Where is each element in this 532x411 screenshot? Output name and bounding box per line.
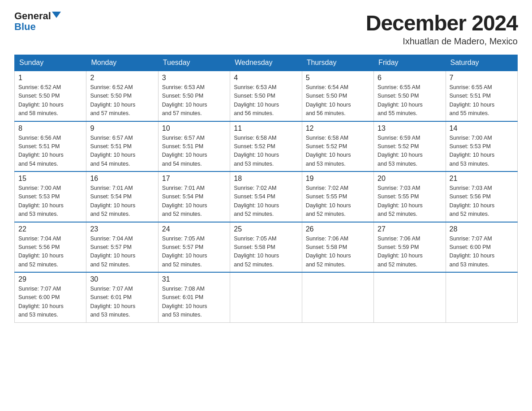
calendar-cell: 4Sunrise: 6:53 AM Sunset: 5:50 PM Daylig… [230, 71, 302, 121]
day-number: 24 [162, 225, 226, 233]
calendar-cell: 11Sunrise: 6:58 AM Sunset: 5:52 PM Dayli… [230, 121, 302, 172]
day-info: Sunrise: 6:54 AM Sunset: 5:50 PM Dayligh… [306, 83, 370, 118]
day-number: 28 [450, 225, 514, 233]
day-number: 8 [18, 124, 82, 133]
day-number: 30 [90, 275, 154, 283]
calendar-cell [302, 272, 373, 322]
col-sunday: Sunday [15, 55, 86, 71]
day-number: 2 [90, 74, 154, 82]
day-number: 31 [162, 275, 226, 283]
location: Ixhuatlan de Madero, Mexico [366, 36, 518, 47]
day-info: Sunrise: 7:05 AM Sunset: 5:57 PM Dayligh… [162, 235, 226, 270]
calendar-cell: 14Sunrise: 7:00 AM Sunset: 5:53 PM Dayli… [446, 121, 517, 172]
day-number: 5 [306, 74, 370, 82]
week-row-1: 1Sunrise: 6:52 AM Sunset: 5:50 PM Daylig… [15, 71, 518, 121]
week-row-2: 8Sunrise: 6:56 AM Sunset: 5:51 PM Daylig… [15, 121, 518, 172]
calendar-cell: 17Sunrise: 7:01 AM Sunset: 5:54 PM Dayli… [158, 171, 230, 222]
calendar-cell: 27Sunrise: 7:06 AM Sunset: 5:59 PM Dayli… [374, 222, 446, 273]
col-tuesday: Tuesday [158, 55, 230, 71]
logo-triangle-icon [52, 12, 61, 18]
day-info: Sunrise: 7:05 AM Sunset: 5:58 PM Dayligh… [234, 235, 298, 270]
day-info: Sunrise: 7:00 AM Sunset: 5:53 PM Dayligh… [450, 134, 514, 169]
header-row: Sunday Monday Tuesday Wednesday Thursday… [15, 55, 518, 71]
day-info: Sunrise: 7:00 AM Sunset: 5:53 PM Dayligh… [18, 184, 82, 219]
day-info: Sunrise: 7:06 AM Sunset: 5:59 PM Dayligh… [378, 235, 442, 270]
day-number: 15 [18, 175, 82, 183]
day-info: Sunrise: 7:07 AM Sunset: 6:00 PM Dayligh… [450, 235, 514, 270]
logo-blue: Blue [14, 21, 36, 32]
day-number: 1 [18, 74, 82, 82]
day-info: Sunrise: 6:58 AM Sunset: 5:52 PM Dayligh… [306, 134, 370, 169]
day-number: 7 [450, 74, 514, 82]
col-friday: Friday [374, 55, 446, 71]
week-row-4: 22Sunrise: 7:04 AM Sunset: 5:56 PM Dayli… [15, 222, 518, 273]
calendar-cell: 28Sunrise: 7:07 AM Sunset: 6:00 PM Dayli… [446, 222, 517, 273]
day-info: Sunrise: 6:55 AM Sunset: 5:51 PM Dayligh… [450, 83, 514, 118]
calendar-cell: 19Sunrise: 7:02 AM Sunset: 5:55 PM Dayli… [302, 171, 373, 222]
col-saturday: Saturday [446, 55, 517, 71]
day-number: 20 [378, 175, 442, 183]
title-block: December 2024 Ixhuatlan de Madero, Mexic… [366, 11, 518, 47]
day-number: 12 [306, 124, 370, 133]
day-number: 14 [450, 124, 514, 133]
day-info: Sunrise: 7:02 AM Sunset: 5:55 PM Dayligh… [306, 184, 370, 219]
col-thursday: Thursday [302, 55, 373, 71]
day-number: 11 [234, 124, 298, 133]
day-number: 23 [90, 225, 154, 233]
day-info: Sunrise: 6:55 AM Sunset: 5:50 PM Dayligh… [378, 83, 442, 118]
day-info: Sunrise: 7:08 AM Sunset: 6:01 PM Dayligh… [162, 285, 226, 320]
calendar-cell [374, 272, 446, 322]
calendar-cell: 5Sunrise: 6:54 AM Sunset: 5:50 PM Daylig… [302, 71, 373, 121]
day-number: 27 [378, 225, 442, 233]
day-info: Sunrise: 7:04 AM Sunset: 5:56 PM Dayligh… [18, 235, 82, 270]
calendar-cell: 10Sunrise: 6:57 AM Sunset: 5:51 PM Dayli… [158, 121, 230, 172]
day-info: Sunrise: 6:59 AM Sunset: 5:52 PM Dayligh… [378, 134, 442, 169]
day-info: Sunrise: 7:07 AM Sunset: 6:00 PM Dayligh… [18, 285, 82, 320]
calendar-cell: 12Sunrise: 6:58 AM Sunset: 5:52 PM Dayli… [302, 121, 373, 172]
day-number: 26 [306, 225, 370, 233]
day-number: 16 [90, 175, 154, 183]
day-info: Sunrise: 7:07 AM Sunset: 6:01 PM Dayligh… [90, 285, 154, 320]
week-row-5: 29Sunrise: 7:07 AM Sunset: 6:00 PM Dayli… [15, 272, 518, 322]
day-info: Sunrise: 7:03 AM Sunset: 5:55 PM Dayligh… [378, 184, 442, 219]
day-number: 13 [378, 124, 442, 133]
calendar-cell: 13Sunrise: 6:59 AM Sunset: 5:52 PM Dayli… [374, 121, 446, 172]
day-info: Sunrise: 6:58 AM Sunset: 5:52 PM Dayligh… [234, 134, 298, 169]
day-info: Sunrise: 6:56 AM Sunset: 5:51 PM Dayligh… [18, 134, 82, 169]
calendar-cell [446, 272, 517, 322]
month-title: December 2024 [366, 11, 518, 35]
logo-general: General [14, 11, 51, 21]
day-info: Sunrise: 6:52 AM Sunset: 5:50 PM Dayligh… [18, 83, 82, 118]
calendar-cell: 23Sunrise: 7:04 AM Sunset: 5:57 PM Dayli… [86, 222, 158, 273]
page-header: General Blue December 2024 Ixhuatlan de … [14, 11, 518, 47]
col-monday: Monday [86, 55, 158, 71]
day-info: Sunrise: 6:52 AM Sunset: 5:50 PM Dayligh… [90, 83, 154, 118]
day-number: 10 [162, 124, 226, 133]
week-row-3: 15Sunrise: 7:00 AM Sunset: 5:53 PM Dayli… [15, 171, 518, 222]
day-info: Sunrise: 7:03 AM Sunset: 5:56 PM Dayligh… [450, 184, 514, 219]
calendar-cell: 6Sunrise: 6:55 AM Sunset: 5:50 PM Daylig… [374, 71, 446, 121]
day-number: 4 [234, 74, 298, 82]
day-info: Sunrise: 6:57 AM Sunset: 5:51 PM Dayligh… [90, 134, 154, 169]
logo: General Blue [14, 11, 61, 32]
calendar-cell: 31Sunrise: 7:08 AM Sunset: 6:01 PM Dayli… [158, 272, 230, 322]
day-number: 29 [18, 275, 82, 283]
day-number: 3 [162, 74, 226, 82]
day-number: 21 [450, 175, 514, 183]
calendar-cell: 16Sunrise: 7:01 AM Sunset: 5:54 PM Dayli… [86, 171, 158, 222]
calendar-cell: 15Sunrise: 7:00 AM Sunset: 5:53 PM Dayli… [15, 171, 86, 222]
calendar-table: Sunday Monday Tuesday Wednesday Thursday… [14, 55, 518, 323]
calendar-cell: 8Sunrise: 6:56 AM Sunset: 5:51 PM Daylig… [15, 121, 86, 172]
day-info: Sunrise: 7:01 AM Sunset: 5:54 PM Dayligh… [162, 184, 226, 219]
calendar-cell [230, 272, 302, 322]
day-number: 18 [234, 175, 298, 183]
day-number: 6 [378, 74, 442, 82]
day-number: 22 [18, 225, 82, 233]
calendar-cell: 30Sunrise: 7:07 AM Sunset: 6:01 PM Dayli… [86, 272, 158, 322]
day-number: 9 [90, 124, 154, 133]
day-info: Sunrise: 7:04 AM Sunset: 5:57 PM Dayligh… [90, 235, 154, 270]
calendar-cell: 1Sunrise: 6:52 AM Sunset: 5:50 PM Daylig… [15, 71, 86, 121]
calendar-cell: 22Sunrise: 7:04 AM Sunset: 5:56 PM Dayli… [15, 222, 86, 273]
calendar-cell: 20Sunrise: 7:03 AM Sunset: 5:55 PM Dayli… [374, 171, 446, 222]
day-info: Sunrise: 6:53 AM Sunset: 5:50 PM Dayligh… [162, 83, 226, 118]
